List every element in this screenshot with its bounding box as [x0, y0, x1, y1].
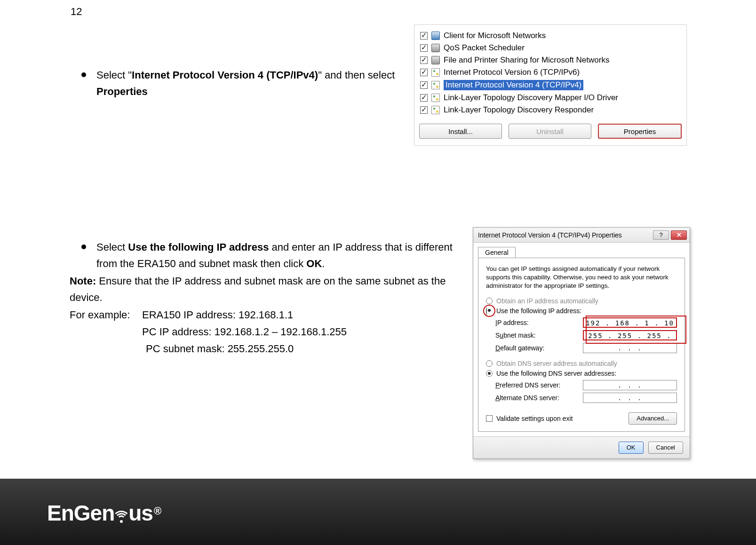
properties-button[interactable]: Properties	[598, 124, 682, 139]
close-button[interactable]: ✕	[671, 230, 687, 240]
net-item-label: QoS Packet Scheduler	[444, 43, 525, 53]
radio-icon[interactable]	[486, 298, 493, 304]
example-line-2: PC IP address: 192.168.1.2 – 192.168.1.2…	[142, 324, 347, 340]
radio-label: Obtain DNS server address automatically	[496, 360, 617, 367]
radio-icon[interactable]	[486, 360, 493, 367]
net-item[interactable]: File and Printer Sharing for Microsoft N…	[419, 55, 682, 65]
tab-general[interactable]: General	[478, 247, 516, 258]
dialog-title: Internet Protocol Version 4 (TCP/IPv4) P…	[478, 231, 622, 239]
ok-button[interactable]: OK	[619, 442, 644, 454]
radio-auto-dns[interactable]: Obtain DNS server address automatically	[486, 360, 677, 367]
net-item[interactable]: Link-Layer Topology Discovery Responder	[419, 105, 682, 115]
note-label: Note:	[70, 275, 96, 287]
cancel-button[interactable]: Cancel	[648, 442, 683, 454]
net-item[interactable]: QoS Packet Scheduler	[419, 43, 682, 53]
engenius-logo: EnGen us ®	[47, 500, 160, 526]
checkbox-icon[interactable]	[420, 81, 428, 89]
registered-mark: ®	[154, 505, 161, 517]
net-item[interactable]: Link-Layer Topology Discovery Mapper I/O…	[419, 93, 682, 103]
note-block: Note: Ensure that the IP address and sub…	[70, 273, 470, 306]
logo-text-pre: EnGen	[47, 500, 114, 526]
net-item-label: Internet Protocol Version 6 (TCP/IPv6)	[444, 68, 580, 77]
protocol-icon	[431, 81, 440, 89]
radio-use-ip[interactable]: Use the following IP address:	[486, 307, 677, 315]
example-label: For example:	[70, 307, 130, 323]
b2-text-pre: Select	[96, 241, 128, 253]
alternate-dns-label: Alternate DNS server:	[495, 394, 559, 402]
client-icon	[431, 32, 440, 40]
checkbox-icon[interactable]	[420, 32, 428, 39]
net-item[interactable]: Internet Protocol Version 6 (TCP/IPv6)	[419, 67, 682, 78]
net-item[interactable]: Client for Microsoft Networks	[419, 31, 682, 41]
uninstall-button[interactable]: Uninstall	[509, 124, 591, 139]
preferred-dns-label: Preferred DNS server:	[495, 381, 561, 389]
dialog-description: You can get IP settings assigned automat…	[486, 265, 677, 291]
net-item-label: Link-Layer Topology Discovery Responder	[444, 105, 594, 115]
ip-address-input[interactable]: 192 . 168 . 1 . 10	[583, 317, 677, 328]
preferred-dns-input[interactable]: . . .	[583, 380, 677, 390]
radio-auto-ip[interactable]: Obtain an IP address automatically	[486, 297, 677, 305]
validate-checkbox-row[interactable]: Validate settings upon exit	[486, 415, 573, 422]
protocol-icon	[431, 106, 440, 114]
footer-band: EnGen us ®	[0, 479, 756, 545]
bullet-dot-icon	[81, 72, 86, 77]
b2-text-post: .	[322, 258, 325, 269]
dialog-titlebar[interactable]: Internet Protocol Version 4 (TCP/IPv4) P…	[473, 228, 690, 243]
net-item-selected[interactable]: Internet Protocol Version 4 (TCP/IPv4)	[419, 79, 682, 91]
instruction-bullet-2: Select Use the following IP address and …	[96, 239, 463, 272]
b1-text-bold2: Properties	[96, 86, 148, 97]
radio-icon[interactable]	[486, 370, 493, 377]
radio-use-dns[interactable]: Use the following DNS server addresses:	[486, 370, 677, 377]
instruction-bullet-1: Select "Internet Protocol Version 4 (TCP…	[96, 67, 407, 100]
checkbox-icon[interactable]	[420, 106, 428, 114]
protocol-icon	[431, 68, 440, 77]
radio-label: Use the following DNS server addresses:	[496, 370, 616, 377]
help-button[interactable]: ?	[653, 230, 669, 240]
radio-label: Use the following IP address:	[496, 307, 581, 315]
b2-text-bold2: OK	[306, 258, 322, 269]
note-text: Ensure that the IP address and subnet ma…	[70, 275, 446, 303]
example-line-1: ERA150 IP address: 192.168.1.1	[142, 307, 293, 323]
protocol-icon	[431, 94, 440, 102]
radio-label: Obtain an IP address automatically	[496, 297, 598, 305]
checkbox-icon[interactable]	[420, 44, 428, 52]
alternate-dns-input[interactable]: . . .	[583, 393, 677, 403]
checkbox-icon[interactable]	[420, 69, 428, 76]
wifi-icon	[115, 504, 127, 526]
checkbox-icon[interactable]	[420, 56, 428, 64]
b1-text-bold: Internet Protocol Version 4 (TCP/IPv4)	[132, 69, 318, 81]
subnet-mask-input[interactable]: 255 . 255 . 255 . 0	[583, 330, 677, 340]
default-gateway-label: Default gateway:	[495, 344, 544, 352]
advanced-button[interactable]: Advanced...	[629, 412, 677, 425]
bullet-dot-icon	[81, 245, 86, 249]
radio-icon[interactable]	[486, 307, 487, 316]
b1-text-pre: Select "	[96, 69, 132, 81]
logo-text-post: us	[128, 500, 153, 526]
file-printer-icon	[431, 56, 440, 64]
net-item-label: Link-Layer Topology Discovery Mapper I/O…	[444, 93, 618, 103]
ipv4-properties-dialog: Internet Protocol Version 4 (TCP/IPv4) P…	[473, 227, 690, 459]
net-item-label: Internet Protocol Version 4 (TCP/IPv4)	[444, 80, 583, 90]
network-items-panel: Client for Microsoft Networks QoS Packet…	[414, 24, 687, 146]
example-line-3: PC subnet mask: 255.255.255.0	[146, 340, 294, 357]
default-gateway-input[interactable]: . . .	[583, 343, 677, 353]
validate-label: Validate settings upon exit	[496, 415, 573, 422]
install-button[interactable]: Install...	[419, 124, 502, 139]
checkbox-icon[interactable]	[486, 415, 493, 422]
checkbox-icon[interactable]	[420, 94, 428, 102]
net-item-label: File and Printer Sharing for Microsoft N…	[444, 55, 609, 65]
net-item-label: Client for Microsoft Networks	[444, 31, 546, 40]
b2-text-bold: Use the following IP address	[128, 241, 269, 253]
ip-address-label: IP address:	[495, 319, 529, 326]
qos-icon	[431, 44, 440, 52]
subnet-mask-label: Subnet mask:	[495, 332, 536, 339]
b1-text-mid: " and then select	[318, 69, 395, 81]
page-number: 12	[71, 6, 82, 18]
